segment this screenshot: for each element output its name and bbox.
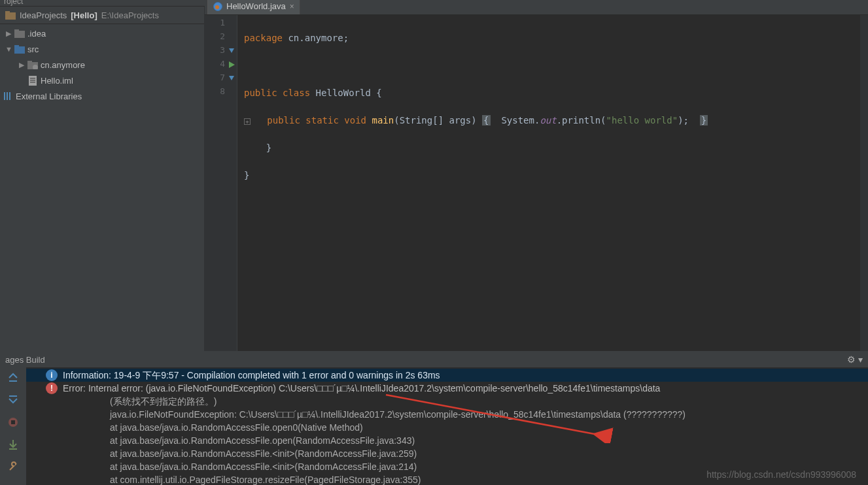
breadcrumb-project: [Hello] <box>71 10 97 20</box>
code-text: { <box>482 115 490 125</box>
messages-header: ages Build ⚙ ▾ <box>0 352 868 367</box>
project-folder-icon <box>5 10 16 20</box>
code-text: cn.anymore; <box>283 33 349 43</box>
file-icon <box>27 75 38 86</box>
code-text: } <box>700 115 708 125</box>
line-number: 3 <box>205 45 237 59</box>
structure-down-icon[interactable] <box>228 47 235 55</box>
breadcrumb-root: IdeaProjects <box>20 10 67 20</box>
code-text: ); <box>678 115 689 125</box>
chevron-right-icon[interactable]: ▶ <box>5 29 12 38</box>
tree-item-src[interactable]: ▼ src <box>0 41 204 57</box>
svg-rect-1 <box>5 11 10 14</box>
line-number: 2 <box>205 31 237 45</box>
keyword: void <box>344 115 366 125</box>
tree-item-iml[interactable]: Hello.iml <box>0 73 204 88</box>
code-text: System. <box>501 115 540 125</box>
code-text: (String[] args) <box>394 115 476 125</box>
line-number: 1 <box>205 18 237 31</box>
error-stripe[interactable] <box>860 15 868 351</box>
message-text: Information: 19-4-9 下午9:57 - Compilation… <box>63 369 440 382</box>
stack-trace-line[interactable]: at java.base/java.io.RandomAccessFile.op… <box>26 434 868 447</box>
class-name: HelloWorld <box>316 88 371 98</box>
tab-label: HelloWorld.java <box>226 1 286 11</box>
java-class-icon <box>213 2 222 11</box>
tree-label: src <box>27 44 39 54</box>
folder-icon <box>14 28 25 39</box>
stack-trace-line[interactable]: at java.base/java.io.RandomAccessFile.<i… <box>26 447 868 460</box>
fold-plus-icon[interactable]: + <box>244 118 251 125</box>
keyword: static <box>305 115 339 125</box>
code-text: { <box>371 88 382 98</box>
export-down-icon[interactable] <box>7 438 20 451</box>
line-number: 4 <box>205 59 237 73</box>
message-error[interactable]: ! Error: Internal error: (java.io.FileNo… <box>26 382 868 395</box>
close-icon[interactable]: × <box>290 2 294 11</box>
info-icon: i <box>46 369 58 381</box>
keyword: class <box>283 88 310 98</box>
chevron-right-icon[interactable]: ▶ <box>18 61 25 69</box>
svg-rect-14 <box>7 92 8 100</box>
messages-list[interactable]: i Information: 19-4-9 下午9:57 - Compilati… <box>26 367 868 485</box>
blank-line <box>244 196 861 210</box>
panel-title: ages Build <box>5 355 45 365</box>
message-info[interactable]: i Information: 19-4-9 下午9:57 - Compilati… <box>26 369 868 382</box>
gear-icon[interactable]: ⚙ ▾ <box>847 354 863 365</box>
svg-marker-16 <box>229 48 234 53</box>
expand-down-icon[interactable] <box>7 393 20 407</box>
string-literal: "hello world" <box>606 115 678 125</box>
code-text: } <box>244 170 249 180</box>
messages-toolbar <box>0 367 26 485</box>
code-content[interactable]: package cn.anymore; public class HelloWo… <box>237 15 868 351</box>
toolbar-label: roject <box>4 0 23 6</box>
tree-label: .idea <box>27 29 46 39</box>
svg-rect-5 <box>14 45 19 48</box>
svg-marker-18 <box>229 76 234 80</box>
code-text: } <box>244 142 271 153</box>
wrench-icon[interactable] <box>7 460 20 473</box>
tree-label: Hello.iml <box>41 76 73 86</box>
tree-label: External Libraries <box>16 92 82 101</box>
stack-trace-line[interactable]: java.io.FileNotFoundException: C:\Users\… <box>26 408 868 421</box>
stack-trace-line[interactable]: at java.base/java.io.RandomAccessFile.op… <box>26 421 868 434</box>
error-icon: ! <box>46 382 58 394</box>
breadcrumb-path: E:\IdeaProjects <box>101 10 159 20</box>
svg-rect-12 <box>30 82 35 83</box>
run-icon[interactable] <box>228 61 235 69</box>
structure-down-icon[interactable] <box>228 75 235 82</box>
message-text: (系统找不到指定的路径。) <box>26 395 868 408</box>
tree-label: cn.anymore <box>41 60 85 70</box>
code-text <box>251 115 267 125</box>
watermark: https://blog.csdn.net/csdn993996008 <box>706 468 856 481</box>
code-text <box>310 88 315 98</box>
method-name: main <box>372 115 394 125</box>
collapse-up-icon[interactable] <box>7 371 20 384</box>
gutter: 1 2 3 4 7 8 <box>205 15 237 351</box>
svg-rect-11 <box>30 80 35 81</box>
project-tree[interactable]: ▶ .idea ▼ src ▶ <box>0 24 204 351</box>
keyword: package <box>244 33 283 43</box>
svg-marker-17 <box>229 61 235 68</box>
tree-item-idea[interactable]: ▶ .idea <box>0 25 204 41</box>
svg-rect-13 <box>4 92 5 100</box>
source-folder-icon <box>14 44 25 54</box>
libraries-icon <box>3 91 13 101</box>
keyword: public <box>267 115 300 125</box>
svg-rect-10 <box>30 78 35 79</box>
stop-icon[interactable] <box>7 416 20 429</box>
line-number: 8 <box>205 86 237 100</box>
blank-line <box>244 59 861 73</box>
code-editor[interactable]: 1 2 3 4 7 8 package cn.anymore; public c… <box>205 15 868 351</box>
message-text: Error: Internal error: (java.io.FileNotF… <box>63 382 660 395</box>
breadcrumb: IdeaProjects [Hello] E:\IdeaProjects <box>0 7 204 24</box>
code-text <box>277 88 283 98</box>
tree-item-external-libraries[interactable]: External Libraries <box>0 88 204 104</box>
line-number: 7 <box>205 73 237 86</box>
chevron-down-icon[interactable]: ▼ <box>5 45 12 53</box>
field: out <box>540 115 556 125</box>
tree-item-package[interactable]: ▶ cn.anymore <box>0 57 204 73</box>
tab-helloworld[interactable]: HelloWorld.java × <box>207 0 300 14</box>
editor-tabs: HelloWorld.java × <box>205 0 868 15</box>
svg-rect-15 <box>9 92 10 100</box>
code-text: .println( <box>557 115 606 125</box>
